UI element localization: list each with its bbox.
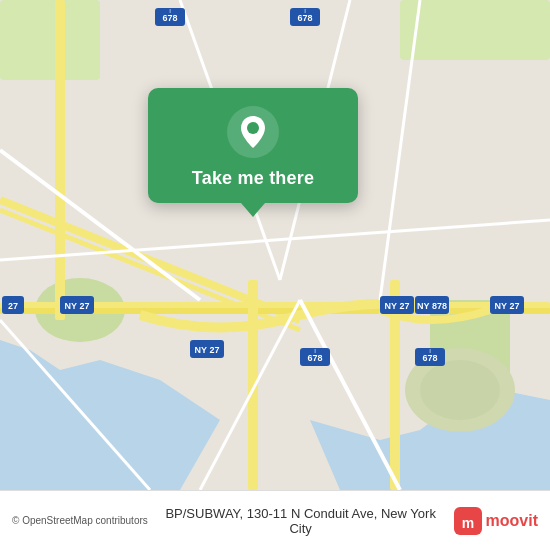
moovit-logo: m moovit <box>454 507 538 535</box>
moovit-icon: m <box>454 507 482 535</box>
osm-credit-text: © OpenStreetMap contributors <box>12 515 148 526</box>
svg-text:NY 27: NY 27 <box>195 345 220 355</box>
svg-text:678: 678 <box>422 353 437 363</box>
location-text: BP/SUBWAY, 130-11 N Conduit Ave, New Yor… <box>148 506 454 536</box>
svg-text:678: 678 <box>307 353 322 363</box>
location-pin-icon <box>227 106 279 158</box>
svg-rect-4 <box>0 0 100 80</box>
svg-text:27: 27 <box>8 301 18 311</box>
svg-text:678: 678 <box>162 13 177 23</box>
svg-point-8 <box>420 360 500 420</box>
osm-credit: © OpenStreetMap contributors <box>12 515 148 526</box>
svg-rect-13 <box>55 0 65 320</box>
svg-rect-5 <box>400 0 550 60</box>
bottom-bar: © OpenStreetMap contributors BP/SUBWAY, … <box>0 490 550 550</box>
svg-text:m: m <box>461 515 473 531</box>
svg-text:NY 27: NY 27 <box>495 301 520 311</box>
popup-card[interactable]: Take me there <box>148 88 358 203</box>
svg-point-49 <box>247 122 259 134</box>
take-me-there-button[interactable]: Take me there <box>192 168 314 189</box>
svg-text:NY 27: NY 27 <box>65 301 90 311</box>
svg-text:NY 878: NY 878 <box>417 301 447 311</box>
map-container: 678 I 678 I 678 I 678 I NY 27 NY 27 NY 2… <box>0 0 550 490</box>
moovit-text: moovit <box>486 512 538 530</box>
map-background: 678 I 678 I 678 I 678 I NY 27 NY 27 NY 2… <box>0 0 550 490</box>
svg-text:678: 678 <box>297 13 312 23</box>
svg-text:NY 27: NY 27 <box>385 301 410 311</box>
